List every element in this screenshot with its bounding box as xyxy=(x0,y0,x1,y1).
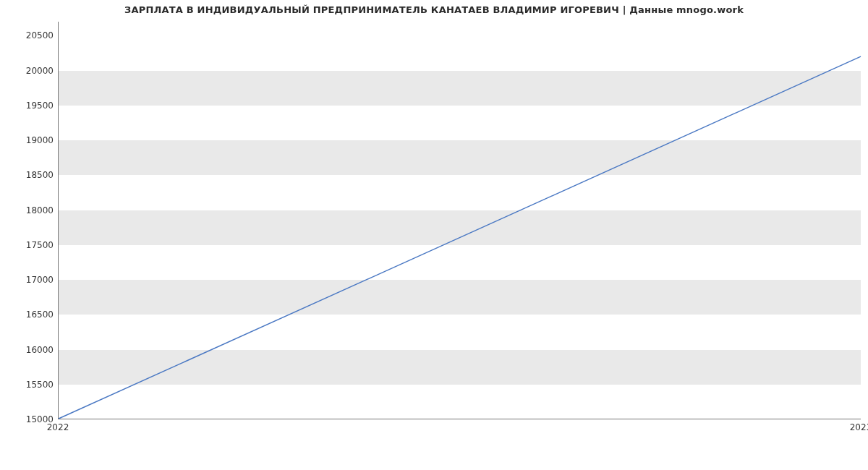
plot-area xyxy=(58,22,861,419)
chart-container: ЗАРПЛАТА В ИНДИВИДУАЛЬНЫЙ ПРЕДПРИНИМАТЕЛ… xyxy=(0,0,868,470)
chart-title: ЗАРПЛАТА В ИНДИВИДУАЛЬНЫЙ ПРЕДПРИНИМАТЕЛ… xyxy=(0,4,868,15)
y-tick-label: 17500 xyxy=(10,240,54,250)
series-line xyxy=(59,56,861,419)
y-tick-label: 16000 xyxy=(10,345,54,355)
y-tick-label: 20000 xyxy=(10,66,54,76)
y-tick-label: 19000 xyxy=(10,135,54,145)
y-tick-label: 15500 xyxy=(10,380,54,390)
y-tick-label: 18000 xyxy=(10,205,54,215)
y-tick-label: 19500 xyxy=(10,101,54,111)
y-tick-label: 16500 xyxy=(10,309,54,320)
line-series xyxy=(59,22,861,419)
x-tick-label: 2023 xyxy=(850,422,868,432)
y-tick-label: 20500 xyxy=(10,30,54,40)
y-tick-label: 17000 xyxy=(10,275,54,285)
y-tick-label: 18500 xyxy=(10,170,54,180)
x-tick-label: 2022 xyxy=(47,422,69,432)
